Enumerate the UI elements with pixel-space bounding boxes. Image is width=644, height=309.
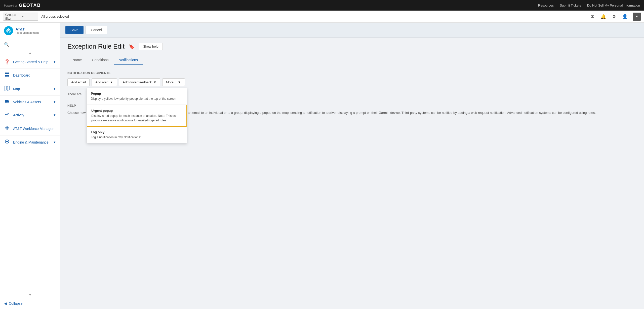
- dropdown-item-log-only[interactable]: Log only Log a notification in "My Notif…: [87, 127, 187, 143]
- powered-by-text: Powered by: [4, 3, 17, 7]
- svg-rect-15: [5, 126, 7, 128]
- user-icon-btn[interactable]: 👤: [621, 13, 629, 20]
- scroll-up-indicator: ▲: [0, 50, 60, 56]
- company-subtitle: Fleet Management: [16, 31, 39, 34]
- tab-notifications[interactable]: Notifications: [114, 55, 143, 65]
- vehicles-label: Vehicles & Assets: [13, 100, 41, 104]
- vehicles-chevron: ▼: [53, 100, 56, 104]
- add-email-button[interactable]: Add email: [67, 78, 90, 86]
- top-nav: Resources Submit Tickets Do Not Sell My …: [538, 4, 640, 7]
- att-logo: [4, 26, 13, 35]
- alert-dropdown: Popup Display a yellow, low-priority pop…: [87, 88, 187, 143]
- user-menu[interactable]: ▼: [633, 13, 641, 21]
- collapse-icon: ◀: [4, 301, 7, 305]
- more-button[interactable]: More... ▼: [162, 78, 185, 86]
- sidebar-item-activity[interactable]: Activity ▼: [0, 108, 60, 122]
- toolbar: Save Cancel: [60, 23, 644, 38]
- sidebar-item-map[interactable]: Map ▼: [0, 82, 60, 96]
- log-only-desc: Log a notification in "My Notifications": [91, 135, 183, 140]
- more-label: More...: [166, 80, 176, 84]
- tab-conditions[interactable]: Conditions: [87, 55, 113, 65]
- sidebar-item-getting-started[interactable]: ❓ Getting Started & Help ▼: [0, 56, 60, 68]
- show-help-button[interactable]: Show help: [139, 43, 163, 50]
- bookmark-icon[interactable]: 🔖: [129, 44, 135, 50]
- tabs: Name Conditions Notifications: [67, 55, 637, 65]
- gear-icon-btn[interactable]: ⚙: [611, 13, 617, 20]
- groups-filter-label: Groups filter: [5, 13, 20, 20]
- svg-point-14: [8, 102, 9, 103]
- section-title-recipients: NOTIFICATION RECIPIENTS: [67, 71, 637, 75]
- collapse-button[interactable]: ◀ Collapse: [0, 298, 60, 309]
- svg-point-3: [8, 30, 9, 31]
- content-body: Exception Rule Edit 🔖 Show help Name Con…: [60, 38, 644, 121]
- notification-recipients-section: NOTIFICATION RECIPIENTS Add email Add al…: [67, 71, 637, 98]
- urgent-popup-title: Urgent popup: [91, 109, 182, 113]
- email-icon-btn[interactable]: ✉: [590, 13, 595, 20]
- groups-bar: Groups filter ▼ All groups selected ✉ 🔔 …: [0, 11, 644, 23]
- sidebar-item-vehicles[interactable]: Vehicles & Assets ▼: [0, 96, 60, 108]
- activity-label: Activity: [13, 113, 24, 117]
- svg-rect-12: [5, 100, 8, 101]
- engine-icon: [4, 139, 10, 145]
- top-icon-group: ✉ 🔔 ⚙ 👤 ▼: [590, 13, 641, 21]
- cancel-button[interactable]: Cancel: [86, 26, 107, 34]
- svg-rect-18: [7, 128, 9, 130]
- tab-name[interactable]: Name: [67, 55, 87, 65]
- urgent-popup-desc: Display a red popup for each instance of…: [91, 114, 182, 123]
- collapse-label: Collapse: [9, 301, 22, 305]
- map-icon: [4, 86, 10, 92]
- more-caret: ▼: [178, 80, 181, 84]
- main-layout: AT&T Fleet Management 🔍 ▲ ❓ Getting Star…: [0, 23, 644, 309]
- dropdown-item-urgent-popup[interactable]: Urgent popup Display a red popup for eac…: [87, 105, 187, 127]
- sidebar-logo-text: AT&T Fleet Management: [16, 27, 39, 34]
- main-content: Save Cancel Exception Rule Edit 🔖 Show h…: [60, 23, 644, 309]
- sidebar-nav: ❓ Getting Started & Help ▼ Dash: [0, 56, 60, 292]
- add-driver-feedback-button[interactable]: Add driver feedback ▼: [119, 78, 160, 86]
- sidebar: AT&T Fleet Management 🔍 ▲ ❓ Getting Star…: [0, 23, 60, 309]
- svg-rect-4: [5, 73, 7, 74]
- add-alert-label: Add alert: [95, 80, 108, 84]
- groups-filter-caret: ▼: [22, 15, 36, 18]
- svg-rect-17: [5, 128, 7, 130]
- company-name: AT&T: [16, 27, 39, 31]
- map-chevron: ▼: [53, 87, 56, 91]
- map-label: Map: [13, 87, 20, 91]
- sidebar-item-workforce[interactable]: AT&T Workforce Manager: [0, 122, 60, 135]
- sidebar-item-dashboard[interactable]: Dashboard: [0, 68, 60, 82]
- add-email-label: Add email: [71, 80, 86, 84]
- add-alert-button[interactable]: Add alert ▲: [92, 78, 117, 86]
- svg-marker-8: [5, 86, 9, 90]
- top-bar: Powered by GEOTAB Resources Submit Ticke…: [0, 0, 644, 11]
- svg-rect-7: [7, 75, 9, 77]
- sidebar-item-engine[interactable]: Engine & Maintenance ▼: [0, 135, 60, 149]
- bell-icon-btn[interactable]: 🔔: [599, 13, 607, 20]
- scroll-down-indicator: ▼: [0, 292, 60, 298]
- user-menu-caret: ▼: [635, 15, 638, 18]
- dashboard-icon: [4, 72, 10, 78]
- getting-started-chevron: ▼: [53, 60, 56, 64]
- svg-rect-5: [7, 73, 9, 74]
- groups-filter-select[interactable]: Groups filter ▼: [3, 13, 38, 21]
- svg-point-20: [6, 141, 8, 142]
- sidebar-logo: AT&T Fleet Management: [0, 23, 60, 39]
- recipients-actions: Add email Add alert ▲ Add driver feedbac…: [67, 78, 637, 86]
- add-alert-caret: ▲: [110, 80, 113, 84]
- do-not-sell-link[interactable]: Do Not Sell My Personal Information: [587, 4, 640, 7]
- save-button[interactable]: Save: [65, 26, 84, 34]
- groups-filter-value: All groups selected: [41, 15, 590, 18]
- svg-rect-16: [7, 126, 9, 128]
- dropdown-item-popup[interactable]: Popup Display a yellow, low-priority pop…: [87, 88, 187, 105]
- activity-chevron: ▼: [53, 113, 56, 117]
- activity-icon: [4, 112, 10, 118]
- geotab-logo: GEOTAB: [19, 3, 41, 8]
- sidebar-search[interactable]: 🔍: [0, 39, 60, 50]
- resources-link[interactable]: Resources: [538, 4, 554, 7]
- page-title: Exception Rule Edit: [67, 43, 125, 50]
- popup-title: Popup: [91, 92, 183, 95]
- logo-area: Powered by GEOTAB: [4, 3, 41, 8]
- engine-chevron: ▼: [53, 141, 56, 144]
- getting-started-icon: ❓: [4, 59, 10, 65]
- submit-tickets-link[interactable]: Submit Tickets: [560, 4, 581, 7]
- search-icon: 🔍: [4, 42, 9, 47]
- svg-rect-6: [5, 75, 7, 77]
